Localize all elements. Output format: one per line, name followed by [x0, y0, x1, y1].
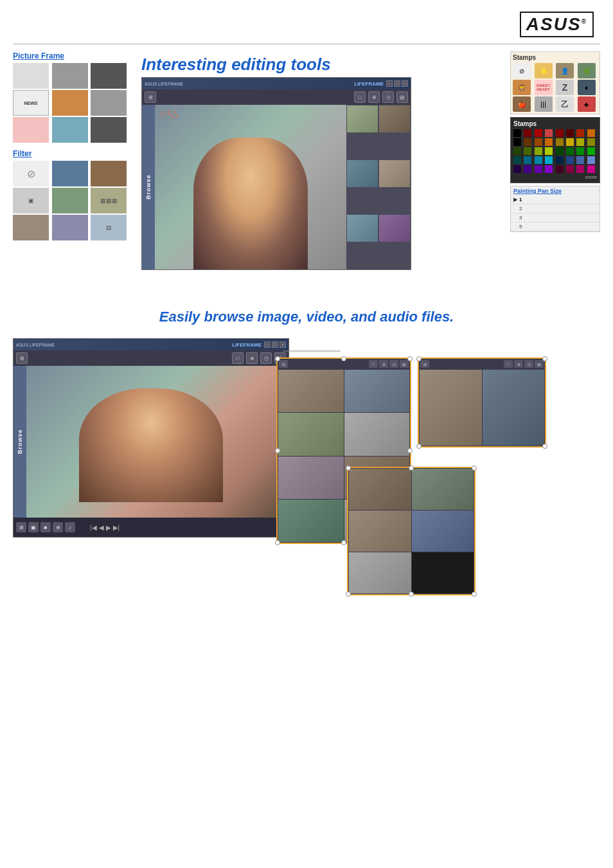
stamp-9[interactable]: 🍎	[513, 96, 531, 112]
close-btn2[interactable]: ×	[280, 341, 286, 348]
stamp-7[interactable]: Z	[556, 80, 574, 95]
color-c8[interactable]	[587, 147, 595, 155]
stamp-10[interactable]: |||	[535, 96, 553, 112]
color-c6[interactable]	[566, 147, 574, 155]
toolbar-icon-5[interactable]: ▤	[396, 91, 408, 103]
color-orange1[interactable]	[576, 129, 584, 137]
thumb-6[interactable]	[379, 215, 410, 242]
color-b6[interactable]	[566, 138, 574, 146]
rb-photo-3[interactable]	[349, 511, 411, 552]
color-e8[interactable]	[587, 165, 595, 173]
mini-tool-5[interactable]: ▤	[400, 360, 409, 368]
mini-tool-3[interactable]: ⊕	[379, 360, 388, 368]
browse-tab[interactable]: Browse	[142, 105, 155, 269]
thumb-3[interactable]	[347, 160, 378, 187]
color-c1[interactable]	[513, 147, 521, 155]
color-d4[interactable]	[545, 156, 553, 164]
handle-rb-bm[interactable]	[409, 592, 414, 597]
s2-bottom-icon-2[interactable]: ▣	[28, 522, 39, 532]
grid-photo-3[interactable]	[278, 413, 344, 455]
color-d3[interactable]	[535, 156, 542, 164]
filter-cell-2[interactable]	[52, 161, 88, 186]
toolbar-icon-4[interactable]: ◷	[382, 91, 394, 103]
toolbar-icon-2[interactable]: □	[354, 91, 366, 103]
filter-cell-3[interactable]	[91, 161, 127, 186]
color-e1[interactable]	[513, 165, 521, 173]
minimize-btn[interactable]: −	[386, 80, 393, 87]
handle-bl[interactable]	[275, 540, 280, 545]
rb-photo-5[interactable]	[349, 552, 411, 593]
thumb-5[interactable]	[347, 215, 378, 242]
color-d7[interactable]	[576, 156, 584, 164]
grid-photo-1[interactable]	[278, 370, 344, 412]
color-c7[interactable]	[576, 147, 584, 155]
handle-rb-bl[interactable]	[346, 592, 351, 597]
grid-photo-4[interactable]	[344, 413, 410, 455]
s2-toolbar-icon-1[interactable]: ⊞	[16, 352, 28, 364]
grid-photo-5[interactable]	[278, 457, 344, 499]
s2-bottom-icon-3[interactable]: ■	[40, 522, 51, 532]
frame-cell-news[interactable]: NEWS	[13, 90, 49, 116]
color-d2[interactable]	[524, 156, 531, 164]
pan-option-3[interactable]: 3	[511, 213, 600, 222]
color-darkred[interactable]	[524, 129, 531, 137]
rt-photo-1[interactable]	[420, 370, 482, 446]
maximize-btn[interactable]: □	[394, 80, 400, 87]
thumb-1[interactable]	[347, 105, 378, 132]
color-orange2[interactable]	[587, 129, 595, 137]
filter-cell-7[interactable]	[13, 215, 49, 240]
color-b4[interactable]	[545, 138, 553, 146]
color-maroon[interactable]	[566, 129, 574, 137]
color-red3[interactable]	[556, 129, 564, 137]
thumb-4[interactable]	[379, 160, 410, 187]
s2-toolbar-icon-2[interactable]: □	[232, 352, 244, 364]
play-btn2[interactable]: ▶	[106, 524, 111, 531]
mini-tool-rt-4[interactable]: ◷	[524, 360, 533, 368]
s2-bottom-icon-5[interactable]: ♪	[65, 522, 75, 532]
filter-cell-1[interactable]: ⊘	[13, 161, 49, 186]
stamp-11[interactable]: 乙	[556, 96, 574, 112]
color-e7[interactable]	[576, 165, 584, 173]
color-b7[interactable]	[576, 138, 584, 146]
s2-toolbar-icon-3[interactable]: ⊕	[246, 352, 258, 364]
stamp-8[interactable]: ♦	[578, 80, 596, 95]
handle-bm[interactable]	[341, 540, 346, 545]
color-d6[interactable]	[566, 156, 574, 164]
mini-tool-rt-3[interactable]: ⊕	[514, 360, 523, 368]
handle-rb-tm[interactable]	[409, 466, 414, 471]
minimize-btn2[interactable]: −	[264, 341, 271, 348]
frame-cell-7[interactable]	[13, 117, 49, 143]
frame-cell-1[interactable]	[13, 63, 49, 89]
stamp-crossed[interactable]: ⊘	[513, 63, 531, 78]
color-b1[interactable]	[513, 138, 521, 146]
color-e2[interactable]	[524, 165, 531, 173]
frame-cell-2[interactable]	[52, 63, 88, 89]
pan-option-5[interactable]: 5	[511, 222, 600, 231]
stamp-2[interactable]: 🌟	[535, 63, 553, 78]
color-c2[interactable]	[524, 147, 531, 155]
color-c4[interactable]	[545, 147, 553, 155]
stamp-3[interactable]: 👤	[556, 63, 574, 78]
pan-option-2[interactable]: 2	[511, 204, 600, 213]
handle-rt-tr[interactable]	[542, 356, 547, 361]
color-black[interactable]	[513, 129, 521, 137]
color-b2[interactable]	[524, 138, 531, 146]
grid-photo-7[interactable]	[278, 500, 344, 542]
frame-cell-3[interactable]	[91, 63, 127, 89]
mini-tool-rt-2[interactable]: □	[504, 360, 513, 368]
handle-tr[interactable]	[407, 356, 413, 361]
more-label[interactable]: more	[513, 174, 597, 180]
s2-bottom-icon-1[interactable]: ⊞	[16, 522, 26, 532]
stamp-4[interactable]: 🌿	[578, 63, 596, 78]
color-red1[interactable]	[535, 129, 542, 137]
handle-rm[interactable]	[407, 448, 413, 453]
color-d1[interactable]	[513, 156, 521, 164]
handle-tl[interactable]	[275, 356, 280, 361]
stamp-12[interactable]: ♣	[578, 96, 596, 112]
next-track-btn2[interactable]: ▶|	[113, 524, 120, 531]
color-c5[interactable]	[556, 147, 564, 155]
mini-tool-rt-1[interactable]: ⊞	[420, 360, 429, 368]
mini-tool-4[interactable]: ◷	[389, 360, 398, 368]
color-d5[interactable]	[556, 156, 564, 164]
toolbar-icon-3[interactable]: ⊕	[368, 91, 380, 103]
